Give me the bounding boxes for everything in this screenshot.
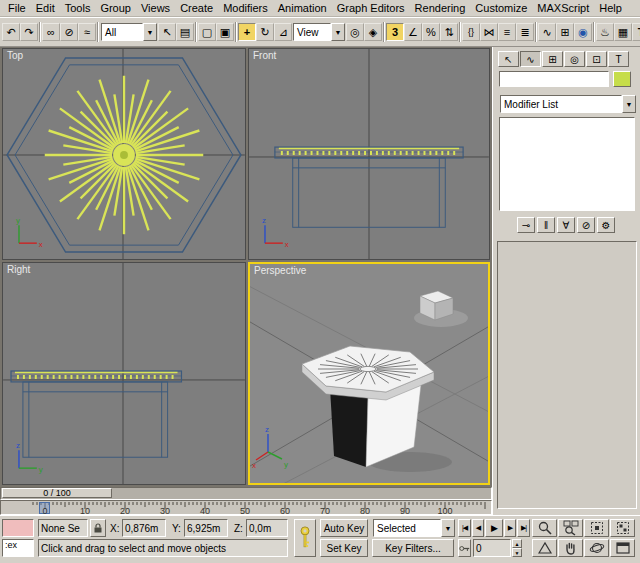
auto-key-button[interactable]: Auto Key <box>320 519 368 537</box>
object-color-swatch[interactable] <box>613 71 631 87</box>
quick-render-icon[interactable]: T <box>632 23 640 41</box>
set-key-mode-toggle[interactable] <box>294 519 316 557</box>
named-selection-sets-icon[interactable]: {} <box>462 23 480 41</box>
maxscript-listener-macro[interactable] <box>2 519 34 537</box>
spinner-up-icon[interactable]: ▲ <box>512 539 522 548</box>
pan-button[interactable] <box>558 539 583 557</box>
menu-graph-editors[interactable]: Graph Editors <box>332 1 410 15</box>
layer-manager-icon[interactable]: ≣ <box>516 23 534 41</box>
unlink-selection-icon[interactable]: ⊘ <box>60 23 78 41</box>
curve-editor-icon[interactable]: ∿ <box>538 23 556 41</box>
tab-create-icon[interactable]: ↖ <box>498 51 519 67</box>
configure-modifier-sets-icon[interactable]: ⚙ <box>597 217 615 233</box>
viewport-top[interactable]: y x Top <box>2 48 246 260</box>
viewport-label-perspective[interactable]: Perspective <box>254 265 306 276</box>
chevron-down-icon[interactable]: ▼ <box>331 23 345 41</box>
modifier-stack-list[interactable] <box>499 117 635 211</box>
key-mode-dropdown[interactable]: Selected ▼ <box>373 519 455 537</box>
menu-create[interactable]: Create <box>175 1 218 15</box>
menu-maxscript[interactable]: MAXScript <box>532 1 594 15</box>
pin-stack-icon[interactable]: ⊸ <box>517 217 535 233</box>
go-to-end-icon[interactable]: ▶| <box>517 519 530 537</box>
align-icon[interactable]: ≡ <box>498 23 516 41</box>
field-of-view-button[interactable] <box>532 539 557 557</box>
show-end-result-icon[interactable]: ‖ <box>537 217 555 233</box>
menu-customize[interactable]: Customize <box>470 1 532 15</box>
set-key-button[interactable]: Set Key <box>320 539 368 557</box>
percent-snap-icon[interactable]: % <box>422 23 440 41</box>
select-and-rotate-icon[interactable]: ↻ <box>256 23 274 41</box>
undo-icon[interactable]: ↶ <box>2 23 20 41</box>
make-unique-icon[interactable]: ∀ <box>557 217 575 233</box>
reference-coordinate-dropdown[interactable]: View ▼ <box>293 23 345 41</box>
current-frame-field[interactable]: 0 <box>473 539 511 557</box>
bind-to-space-warp-icon[interactable]: ≈ <box>78 23 96 41</box>
use-pivot-center-icon[interactable]: ◎ <box>346 23 364 41</box>
min-max-toggle-button[interactable] <box>610 539 635 557</box>
viewport-label-front[interactable]: Front <box>253 50 276 61</box>
snaps-toggle-icon[interactable]: 3 <box>386 23 404 41</box>
time-slider-track[interactable]: 0 / 100 <box>0 487 492 500</box>
modifier-list-dropdown[interactable]: Modifier List ▼ <box>500 95 636 113</box>
mirror-icon[interactable]: ⋈ <box>480 23 498 41</box>
viewport-front[interactable]: z x Front <box>248 48 490 260</box>
y-coord-field[interactable]: 6,925m <box>184 519 228 537</box>
select-and-move-icon[interactable]: + <box>238 23 256 41</box>
tab-motion-icon[interactable]: ◎ <box>564 51 585 67</box>
maxscript-listener-line[interactable]: :ex <box>2 539 34 557</box>
key-mode-toggle[interactable] <box>458 539 471 557</box>
selection-lock-toggle[interactable] <box>90 519 106 537</box>
spinner-snap-icon[interactable]: ⇅ <box>440 23 458 41</box>
render-type-icon[interactable]: ▦ <box>614 23 632 41</box>
tab-hierarchy-icon[interactable]: ⊞ <box>542 51 563 67</box>
x-coord-field[interactable]: 0,876m <box>122 519 166 537</box>
zoom-button[interactable] <box>532 519 557 537</box>
play-button-icon[interactable]: ▶ <box>485 519 503 537</box>
window-crossing-icon[interactable]: ▣ <box>216 23 234 41</box>
select-and-manipulate-icon[interactable]: ◈ <box>364 23 382 41</box>
selection-filter-dropdown[interactable]: All ▼ <box>101 23 157 41</box>
zoom-extents-button[interactable] <box>584 519 609 537</box>
key-filters-button[interactable]: Key Filters... <box>372 539 454 557</box>
menu-help[interactable]: Help <box>594 1 627 15</box>
menu-tools[interactable]: Tools <box>60 1 96 15</box>
viewport-label-right[interactable]: Right <box>7 264 30 275</box>
menu-modifiers[interactable]: Modifiers <box>218 1 273 15</box>
select-by-name-icon[interactable]: ▤ <box>176 23 194 41</box>
arc-rotate-button[interactable] <box>584 539 609 557</box>
go-to-start-icon[interactable]: |◀ <box>458 519 471 537</box>
chevron-down-icon[interactable]: ▼ <box>143 23 157 41</box>
chevron-down-icon[interactable]: ▼ <box>441 519 455 537</box>
menu-group[interactable]: Group <box>95 1 136 15</box>
viewport-perspective[interactable]: z x y Perspective <box>248 262 490 485</box>
z-coord-field[interactable]: 0,0m <box>246 519 288 537</box>
select-and-scale-icon[interactable]: ⊿ <box>274 23 292 41</box>
zoom-extents-all-button[interactable] <box>610 519 635 537</box>
menu-views[interactable]: Views <box>136 1 175 15</box>
select-object-icon[interactable]: ↖ <box>158 23 176 41</box>
spinner-down-icon[interactable]: ▼ <box>512 548 522 557</box>
tab-display-icon[interactable]: ⊡ <box>586 51 607 67</box>
render-scene-icon[interactable]: ♨ <box>596 23 614 41</box>
tab-utilities-icon[interactable]: T <box>608 51 629 67</box>
track-bar[interactable]: 0 10 20 30 40 50 60 70 80 90 100 <box>0 500 492 515</box>
viewport-label-top[interactable]: Top <box>7 50 23 61</box>
remove-modifier-icon[interactable]: ⊘ <box>577 217 595 233</box>
material-editor-icon[interactable]: ◉ <box>574 23 592 41</box>
menu-animation[interactable]: Animation <box>273 1 332 15</box>
chevron-down-icon[interactable]: ▼ <box>622 95 636 113</box>
menu-rendering[interactable]: Rendering <box>410 1 471 15</box>
viewport-right[interactable]: z y Right <box>2 262 246 485</box>
angle-snap-icon[interactable]: ∠ <box>404 23 422 41</box>
next-frame-icon[interactable]: ▶ <box>504 519 516 537</box>
schematic-view-icon[interactable]: ⊞ <box>556 23 574 41</box>
select-and-link-icon[interactable]: ∞ <box>42 23 60 41</box>
redo-icon[interactable]: ↷ <box>20 23 38 41</box>
selection-region-icon[interactable]: ▢ <box>198 23 216 41</box>
tab-modify-icon[interactable]: ∿ <box>520 51 541 67</box>
time-slider-handle[interactable]: 0 / 100 <box>2 488 112 498</box>
object-name-field[interactable] <box>499 71 609 87</box>
previous-frame-icon[interactable]: ◀ <box>472 519 484 537</box>
menu-edit[interactable]: Edit <box>31 1 60 15</box>
zoom-all-button[interactable] <box>558 519 583 537</box>
